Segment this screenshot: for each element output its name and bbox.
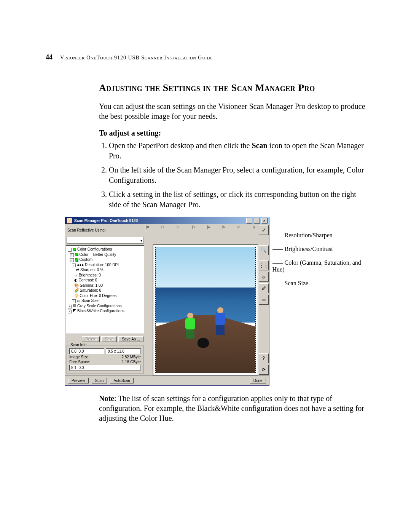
resolution-sharpen-button[interactable]: ⋮⋮ <box>259 260 269 270</box>
tree-custom[interactable]: Custom <box>80 257 92 262</box>
coords-field: 0.0, 0.0 <box>69 348 104 354</box>
left-pane: -Color Configurations +Color -- Better Q… <box>65 244 145 375</box>
zoom-field: 8:1, 0.0 <box>69 365 141 371</box>
window-title: Scan Manager Pro: OneTouch 9120 <box>74 219 138 223</box>
step-3: Click a setting in the list of settings,… <box>109 189 365 210</box>
image-size-label: Image Size: <box>69 355 89 359</box>
save-button[interactable]: Save <box>101 336 117 342</box>
scan-using-dropdown[interactable]: ▾ <box>67 237 143 244</box>
callout-color: Color (Gamma, Saturation, and Hue) <box>272 259 365 273</box>
bottom-bar: Preview Scan AutoScan Done <box>65 375 269 385</box>
color-button[interactable]: 🖉 <box>259 283 269 293</box>
tree-color-hue[interactable]: Color Hue: 0 Degrees <box>80 294 116 298</box>
note-label: Note <box>99 394 114 403</box>
horizontal-ruler: |0 |1 |2 |3 |4 |5 |6 |7 |8 <box>145 224 258 232</box>
tree-blackwhite[interactable]: Black&White Configurations <box>77 309 124 313</box>
step-1: Open the PaperPort desktop and then clic… <box>109 141 365 161</box>
note-paragraph: Note: The list of scan settings for a co… <box>99 393 365 423</box>
dims-field: 8.5 x 11.6 <box>106 348 141 354</box>
scan-info-legend: Scan Info <box>69 343 88 347</box>
figure-dog <box>198 338 209 348</box>
manual-page: 44 Visioneer OneTouch 9120 USB Scanner I… <box>0 0 411 454</box>
figure-child-green <box>185 313 201 343</box>
screenshot-figure: Scan Manager Pro: OneTouch 9120 _ □ × Sc… <box>65 217 365 386</box>
running-header: 44 Visioneer OneTouch 9120 USB Scanner I… <box>46 53 365 63</box>
step-2: On the left side of the Scan Manager Pro… <box>109 165 365 185</box>
free-space-value: 1.18 GByte <box>122 360 141 364</box>
scan-bold: Scan <box>252 141 267 150</box>
callout-brightness: Brightness/Contrast <box>272 246 365 252</box>
app-icon <box>67 218 72 224</box>
configuration-toolbar: Scan Reflective Using: |0 |1 |2 |3 |4 |5… <box>65 224 269 236</box>
preview-pane[interactable] <box>153 244 258 375</box>
close-icon[interactable]: × <box>261 218 268 224</box>
tree-brightness[interactable]: Brightness: 0 <box>79 273 101 277</box>
titlebar: Scan Manager Pro: OneTouch 9120 _ □ × <box>65 217 269 224</box>
settings-tree[interactable]: -Color Configurations +Color -- Better Q… <box>66 245 144 334</box>
maximize-icon[interactable]: □ <box>254 218 260 224</box>
scan-size-button[interactable]: ▭ <box>259 295 269 305</box>
image-size-value: 2.82 MByte <box>121 355 141 359</box>
tree-resolution[interactable]: Resolution: 100 DPI <box>85 263 119 267</box>
help-icon[interactable]: ? <box>259 353 269 363</box>
page-number: 44 <box>46 53 53 61</box>
scan-manager-window: Scan Manager Pro: OneTouch 9120 _ □ × Sc… <box>65 217 269 386</box>
tree-color-configs[interactable]: Color Configurations <box>77 247 112 251</box>
done-button[interactable]: Done <box>250 378 266 383</box>
zoom-tool-icon[interactable]: 🔍 <box>259 245 269 255</box>
scan-info-group: Scan Info 0.0, 0.0 8.5 x 11.6 Image Size… <box>67 345 143 374</box>
chevron-down-icon: ▾ <box>140 238 142 243</box>
tree-sharpen[interactable]: Sharpen: 0 % <box>80 268 104 272</box>
section-title: Adjusting the Settings in the Scan Manag… <box>99 82 365 94</box>
preview-image <box>155 247 256 373</box>
vertical-ruler <box>145 244 153 375</box>
procedure-list: Open the PaperPort desktop and then clic… <box>99 141 365 210</box>
autoscan-button[interactable]: AutoScan <box>110 378 133 383</box>
brightness-contrast-button[interactable]: ☼ <box>259 272 269 282</box>
corner-btn: ⤢ <box>258 224 269 236</box>
tree-gamma[interactable]: Gamma: 1.00 <box>80 283 103 288</box>
tree-color-better[interactable]: Color -- Better Quality <box>80 252 116 257</box>
procedure-heading: To adjust a setting: <box>99 129 365 137</box>
tree-saturation[interactable]: Saturation: 0 <box>80 288 101 292</box>
refresh-icon[interactable]: ⟳ <box>259 365 269 375</box>
save-as-button[interactable]: Save As ... <box>118 336 143 342</box>
right-toolbar: 🔍 ⋮⋮ ☼ 🖉 ▭ ? ⟳ <box>258 244 269 375</box>
delete-button[interactable]: Delete <box>82 336 100 342</box>
intro-paragraph: You can adjust the scan settings on the … <box>99 101 365 121</box>
tree-contrast[interactable]: Contrast: 0 <box>78 278 97 282</box>
tree-greyscale[interactable]: Grey Scale Configurations <box>77 304 122 308</box>
figure-child-blue <box>215 307 231 342</box>
callout-scansize: Scan Size <box>272 280 365 287</box>
scan-button[interactable]: Scan <box>92 378 107 383</box>
minimize-icon[interactable]: _ <box>246 218 252 224</box>
fit-icon[interactable]: ⤢ <box>259 225 269 235</box>
header-title: Visioneer OneTouch 9120 USB Scanner Inst… <box>60 55 213 61</box>
scan-using-label: Scan Reflective Using: <box>65 227 108 234</box>
preview-button[interactable]: Preview <box>68 378 89 383</box>
free-space-label: Free Space: <box>69 360 90 364</box>
callout-resolution: Resolution/Sharpen <box>272 232 365 239</box>
callout-labels: Resolution/Sharpen Brightness/Contrast C… <box>272 217 365 294</box>
tree-scan-size[interactable]: Scan Size <box>81 299 99 303</box>
